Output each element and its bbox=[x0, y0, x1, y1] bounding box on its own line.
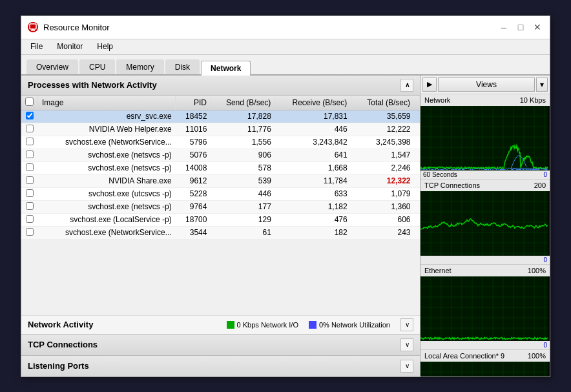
dropdown-icon: ▾ bbox=[540, 80, 544, 89]
row-checkbox[interactable] bbox=[26, 163, 34, 171]
resource-monitor-window: Resource Monitor – □ ✕ File Monitor Help… bbox=[21, 15, 550, 377]
col-send[interactable]: Send (B/sec) bbox=[211, 96, 275, 110]
processes-table-container[interactable]: Image PID Send (B/sec) Receive (B/sec) T… bbox=[21, 96, 420, 315]
tab-overview[interactable]: Overview bbox=[26, 59, 78, 74]
process-send: 17,828 bbox=[211, 110, 275, 123]
lan-graph-section: Local Area Connection* 9 100% bbox=[420, 350, 550, 377]
process-total: 1,360 bbox=[351, 200, 420, 213]
row-checkbox[interactable] bbox=[26, 112, 34, 119]
right-toolbar: ▶ Views ▾ bbox=[420, 76, 550, 94]
process-pid: 5076 bbox=[176, 149, 211, 161]
tab-memory[interactable]: Memory bbox=[116, 59, 163, 74]
blue-dot-icon bbox=[309, 321, 317, 329]
process-send: 446 bbox=[211, 187, 275, 200]
listening-collapse-btn[interactable]: ∨ bbox=[400, 360, 413, 373]
process-name: svchost.exe (netsvcs -p) bbox=[38, 161, 176, 174]
process-pid: 5228 bbox=[176, 187, 211, 200]
tab-cpu[interactable]: CPU bbox=[79, 59, 115, 74]
row-checkbox-cell bbox=[21, 174, 38, 187]
tab-disk[interactable]: Disk bbox=[165, 59, 200, 74]
process-name: NVIDIA Web Helper.exe bbox=[38, 123, 176, 136]
row-checkbox[interactable] bbox=[26, 189, 34, 197]
row-checkbox[interactable] bbox=[26, 215, 34, 223]
table-row[interactable]: NVIDIA Web Helper.exe 11016 11,776 446 1… bbox=[21, 123, 420, 136]
row-checkbox-cell bbox=[21, 213, 38, 226]
col-total[interactable]: Total (B/sec) bbox=[351, 96, 420, 110]
network-io-indicator: 0 Kbps Network I/O bbox=[227, 321, 298, 329]
col-image[interactable]: Image bbox=[38, 96, 176, 110]
table-row[interactable]: esrv_svc.exe 18452 17,828 17,831 35,659 bbox=[21, 110, 420, 123]
table-row[interactable]: svchost.exe (netsvcs -p) 9764 177 1,182 … bbox=[21, 200, 420, 213]
network-activity-title[interactable]: Network Activity bbox=[28, 320, 216, 329]
row-checkbox[interactable] bbox=[26, 125, 34, 132]
select-all-checkbox[interactable] bbox=[25, 98, 34, 106]
process-name: svchost.exe (netsvcs -p) bbox=[38, 200, 176, 213]
network-graph-footer: 60 Seconds 0 bbox=[420, 170, 550, 179]
process-name: NVIDIA Share.exe bbox=[38, 174, 176, 187]
col-checkbox bbox=[21, 96, 38, 110]
ethernet-canvas bbox=[420, 276, 548, 341]
tcp-zero-label: 0 bbox=[543, 256, 547, 263]
tcp-graph-container bbox=[420, 191, 550, 256]
seconds-label: 60 Seconds bbox=[423, 171, 457, 178]
table-row[interactable]: svchost.exe (netsvcs -p) 5076 906 641 1,… bbox=[21, 149, 420, 161]
tcp-graph-title: TCP Connections bbox=[424, 181, 480, 189]
tcp-collapse-btn[interactable]: ∨ bbox=[400, 338, 413, 351]
listening-section[interactable]: Listening Ports ∨ bbox=[21, 355, 420, 377]
row-checkbox[interactable] bbox=[26, 228, 34, 236]
network-activity-collapse-btn[interactable]: ∨ bbox=[400, 318, 413, 331]
process-pid: 11016 bbox=[176, 123, 211, 136]
process-name: svchost.exe (netsvcs -p) bbox=[38, 149, 176, 161]
processes-collapse-btn[interactable]: ∧ bbox=[400, 79, 413, 92]
network-util-label: 0% Network Utilization bbox=[319, 321, 390, 329]
process-pid: 18700 bbox=[176, 213, 211, 226]
tab-network[interactable]: Network bbox=[201, 61, 251, 76]
process-total: 1,547 bbox=[351, 149, 420, 161]
process-pid: 3544 bbox=[176, 226, 211, 239]
process-total: 35,659 bbox=[351, 110, 420, 123]
restore-button[interactable]: □ bbox=[515, 21, 526, 33]
close-button[interactable]: ✕ bbox=[532, 21, 543, 33]
menu-file[interactable]: File bbox=[25, 41, 48, 52]
row-checkbox-cell bbox=[21, 123, 38, 136]
process-pid: 14008 bbox=[176, 161, 211, 174]
table-row[interactable]: NVIDIA Share.exe 9612 539 11,784 12,322 bbox=[21, 174, 420, 187]
network-graph-header: Network 10 Kbps bbox=[420, 94, 550, 106]
menu-help[interactable]: Help bbox=[92, 41, 118, 52]
processes-header[interactable]: Processes with Network Activity ∧ bbox=[21, 76, 420, 96]
row-checkbox[interactable] bbox=[26, 202, 34, 210]
menu-monitor[interactable]: Monitor bbox=[52, 41, 88, 52]
row-checkbox-cell bbox=[21, 149, 38, 161]
minimize-button[interactable]: – bbox=[498, 21, 510, 33]
table-row[interactable]: svchost.exe (NetworkService... 3544 61 1… bbox=[21, 226, 420, 239]
lan-graph-header: Local Area Connection* 9 100% bbox=[420, 350, 550, 362]
green-dot-icon bbox=[227, 321, 234, 329]
process-name: svchost.exe (LocalService -p) bbox=[38, 213, 176, 226]
process-receive: 1,182 bbox=[275, 200, 351, 213]
network-io-label: 0 Kbps Network I/O bbox=[237, 321, 298, 329]
lan-graph-title: Local Area Connection* 9 bbox=[424, 352, 504, 360]
process-receive: 1,668 bbox=[275, 161, 351, 174]
right-panel: ▶ Views ▾ Network 10 Kbps 60 Seconds bbox=[420, 76, 550, 377]
table-row[interactable]: svchost.exe (LocalService -p) 18700 129 … bbox=[21, 213, 420, 226]
views-button[interactable]: Views bbox=[438, 77, 535, 92]
table-row[interactable]: svchost.exe (utcsvcs -p) 5228 446 633 1,… bbox=[21, 187, 420, 200]
process-total: 12,222 bbox=[351, 123, 420, 136]
col-receive[interactable]: Receive (B/sec) bbox=[275, 96, 351, 110]
row-checkbox[interactable] bbox=[26, 176, 34, 184]
tcp-graph-header: TCP Connections 200 bbox=[420, 180, 550, 191]
row-checkbox[interactable] bbox=[26, 150, 34, 158]
row-checkbox[interactable] bbox=[26, 138, 34, 145]
tab-bar: Overview CPU Memory Disk Network bbox=[21, 55, 550, 76]
play-button[interactable]: ▶ bbox=[422, 77, 437, 92]
tcp-canvas bbox=[420, 191, 548, 256]
tcp-section[interactable]: TCP Connections ∨ bbox=[21, 334, 420, 355]
views-dropdown-btn[interactable]: ▾ bbox=[536, 77, 548, 92]
col-pid[interactable]: PID bbox=[176, 96, 211, 110]
process-send: 11,776 bbox=[211, 123, 275, 136]
table-row[interactable]: svchost.exe (netsvcs -p) 14008 578 1,668… bbox=[21, 161, 420, 174]
process-receive: 17,831 bbox=[275, 110, 351, 123]
table-row[interactable]: svchost.exe (NetworkService... 5796 1,55… bbox=[21, 136, 420, 149]
process-total: 243 bbox=[351, 226, 420, 239]
process-pid: 18452 bbox=[176, 110, 211, 123]
